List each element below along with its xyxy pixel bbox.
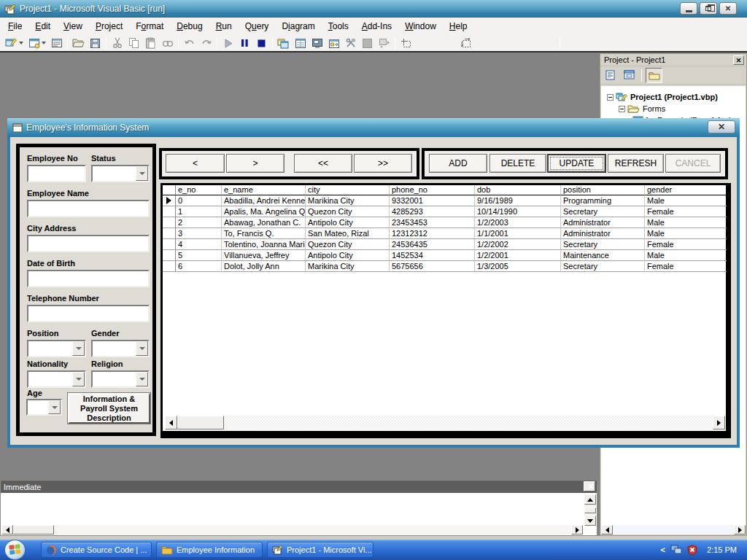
menu-window[interactable]: Window (398, 19, 443, 34)
menu-diagram[interactable]: Diagram (275, 19, 321, 34)
chevron-down-icon[interactable] (136, 341, 148, 356)
hide-icons-chevron-icon[interactable]: < (661, 545, 665, 554)
chevron-down-icon[interactable] (136, 166, 148, 181)
grid-cell[interactable]: 5675656 (390, 261, 475, 272)
grid-cell[interactable]: Tolentino, Joanna Marie (222, 239, 306, 250)
grid-cell[interactable]: 9332001 (390, 195, 475, 206)
scroll-right-icon[interactable] (713, 416, 725, 429)
network-icon[interactable] (670, 545, 682, 555)
delete-button[interactable]: DELETE (489, 154, 546, 173)
grid-row[interactable]: 4Tolentino, Joanna MarieQuezon City24536… (163, 239, 726, 250)
row-selector[interactable] (163, 217, 176, 228)
project-explorer-icon[interactable] (275, 36, 292, 50)
scroll-left-icon[interactable] (1, 525, 13, 534)
grid-cell[interactable]: Marikina City (306, 195, 390, 206)
grid-cell[interactable]: Marikina City (306, 261, 390, 272)
grid-cell[interactable]: 0 (176, 195, 222, 206)
grid-cell[interactable]: 9/16/1989 (475, 195, 561, 206)
grid-cell[interactable]: Abawag, Jonathan C. (222, 217, 306, 228)
data-view-icon[interactable] (359, 36, 376, 50)
scroll-up-icon[interactable] (584, 494, 596, 505)
info-payroll-description-button[interactable]: Information & Payroll System Description (68, 393, 150, 424)
grid-cell[interactable]: Secretary (561, 261, 645, 272)
chevron-down-icon[interactable] (136, 372, 148, 386)
grid-cell[interactable]: Secretary (561, 206, 645, 217)
grid-col-header[interactable]: gender (645, 185, 727, 195)
grid-col-header[interactable]: position (561, 185, 645, 195)
scroll-right-icon[interactable] (571, 525, 583, 534)
menu-edit[interactable]: Edit (28, 19, 57, 34)
close-button[interactable]: ✕ (719, 2, 737, 15)
add-form-icon[interactable] (26, 36, 48, 50)
paste-icon[interactable] (142, 36, 159, 50)
chevron-down-icon[interactable] (72, 341, 85, 356)
scroll-right-icon[interactable] (734, 525, 746, 534)
row-selector[interactable] (163, 250, 176, 261)
age-combo[interactable] (26, 399, 62, 416)
grid-hscroll-thumb[interactable] (177, 416, 224, 429)
view-code-icon[interactable] (603, 68, 619, 83)
immediate-vscrollbar[interactable] (584, 494, 596, 526)
grid-row[interactable]: 2Abawag, Jonathan C.Antipolo City2345345… (163, 217, 726, 228)
nav-button-first[interactable]: << (294, 154, 352, 173)
grid-cell[interactable]: 12312312 (390, 228, 475, 239)
grid-cell[interactable]: 6 (176, 261, 222, 272)
security-alert-icon[interactable] (687, 545, 697, 556)
scroll-left-icon[interactable] (165, 416, 177, 429)
menu-view[interactable]: View (57, 19, 89, 34)
grid-cell[interactable]: Male (645, 228, 727, 239)
grid-cell[interactable]: Secretary (561, 239, 645, 250)
grid-cell[interactable]: 1/1/2001 (475, 228, 561, 239)
telephone-field[interactable] (27, 305, 150, 322)
component-manager-icon[interactable] (376, 36, 392, 50)
row-selector[interactable] (163, 206, 176, 217)
menu-add-ins[interactable]: Add-Ins (355, 19, 398, 34)
properties-window-icon[interactable] (292, 36, 309, 50)
grid-cell[interactable]: Administrator (561, 228, 645, 239)
object-browser-icon[interactable] (325, 36, 342, 50)
cut-icon[interactable] (109, 36, 125, 50)
tree-item-forms-folder[interactable]: Forms (601, 103, 746, 114)
toggle-folders-icon[interactable] (646, 68, 662, 83)
grid-cell[interactable]: 1 (176, 206, 222, 217)
undo-icon[interactable] (181, 36, 198, 50)
cancel-button[interactable]: CANCEL (665, 154, 721, 173)
scroll-left-icon[interactable] (601, 525, 613, 534)
grid-cell[interactable]: 1/2/2002 (475, 239, 561, 250)
grid-cell[interactable]: 2 (176, 217, 222, 228)
menu-format[interactable]: Format (129, 19, 170, 34)
form-titlebar[interactable]: Employee's Information System ✕ (7, 118, 740, 137)
grid-cell[interactable]: 1452534 (390, 250, 475, 261)
break-icon[interactable] (236, 36, 253, 50)
tree-item-project[interactable]: Project1 (Project1.vbp) (601, 91, 746, 103)
menu-file[interactable]: File (1, 19, 28, 34)
form-close-button[interactable]: ✕ (708, 120, 735, 133)
refresh-button[interactable]: REFRESH (608, 154, 664, 173)
grid-cell[interactable]: Abadilla, Andrei Kenneth (222, 195, 306, 206)
grid-cell[interactable]: 24536435 (390, 239, 475, 250)
grid-cell[interactable]: Villanueva, Jeffrey (222, 250, 306, 261)
collapse-icon[interactable] (619, 106, 625, 112)
nav-button-last[interactable]: >> (354, 154, 412, 173)
employee-no-field[interactable] (27, 165, 86, 182)
nav-button-next[interactable]: > (226, 154, 285, 173)
form-layout-icon[interactable] (309, 36, 325, 50)
menu-project[interactable]: Project (89, 19, 129, 34)
grid-cell[interactable]: Female (645, 261, 727, 272)
grid-col-header[interactable]: city (306, 185, 390, 195)
taskbar-button-firefox[interactable]: Create Source Code | ... (41, 542, 152, 558)
menu-help[interactable]: Help (443, 19, 474, 34)
grid-cell[interactable]: 10/14/1990 (475, 206, 561, 217)
open-icon[interactable] (70, 36, 87, 50)
grid-cell[interactable]: Female (645, 206, 727, 217)
menu-query[interactable]: Query (239, 19, 276, 34)
grid-col-header[interactable]: e_no (176, 185, 222, 195)
grid-cell[interactable]: Quezon City (306, 206, 390, 217)
grid-cell[interactable]: Administrator (561, 217, 645, 228)
grid-cell[interactable]: Programming (561, 195, 645, 206)
grid-cell[interactable]: 1/2/2003 (475, 217, 561, 228)
grid-cell[interactable]: Antipolo City (306, 217, 390, 228)
row-selector[interactable] (163, 261, 176, 272)
copy-icon[interactable] (125, 36, 142, 50)
minimize-button[interactable] (680, 2, 697, 15)
